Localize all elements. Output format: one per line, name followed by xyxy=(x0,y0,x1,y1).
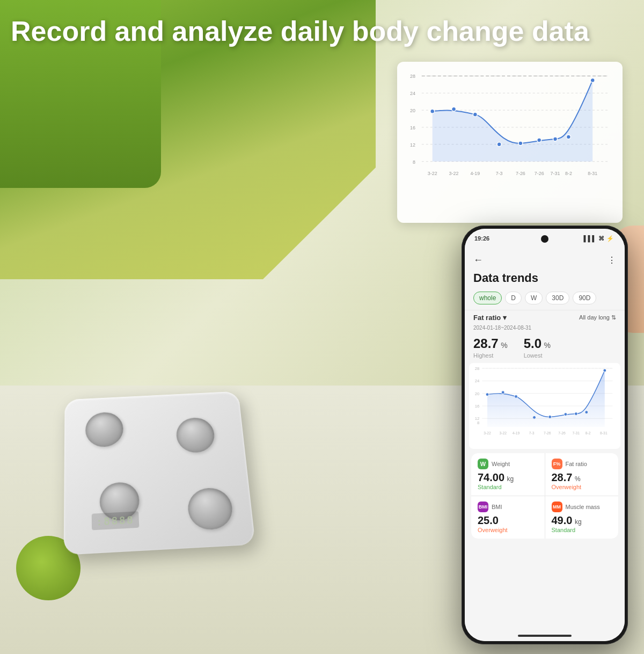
weight-header: W Weight xyxy=(478,459,538,469)
svg-point-20 xyxy=(566,135,570,139)
svg-text:3-22: 3-22 xyxy=(428,171,437,176)
muscle-icon: MM xyxy=(552,502,562,512)
metric-card-bmi: BMI BMI 25.0 Overweight xyxy=(471,496,545,539)
dropdown-icon: ▾ xyxy=(503,314,507,322)
phone-chart: 28 24 20 16 12 8 xyxy=(469,363,620,449)
fat-ratio-unit: % xyxy=(575,475,581,483)
battery-icon: ⚡ xyxy=(606,235,614,242)
stat-highest: 28.7 % Highest xyxy=(473,336,508,359)
svg-point-19 xyxy=(553,137,558,141)
wifi-icon: ⌘ xyxy=(598,235,604,242)
svg-point-16 xyxy=(497,142,501,147)
svg-point-51 xyxy=(603,369,606,372)
svg-text:7-26: 7-26 xyxy=(535,171,544,176)
metric-card-muscle: MM Muscle mass 49.0 kg Standard xyxy=(545,496,619,539)
phone-screen: 19:26 ▌▌▌ ⌘ ⚡ ← ⋮ Data trends whole xyxy=(465,229,625,641)
bmi-value: 25.0 xyxy=(478,514,499,526)
svg-text:7-31: 7-31 xyxy=(573,431,580,435)
lowest-label: Lowest xyxy=(524,352,551,359)
svg-text:7-26: 7-26 xyxy=(544,431,551,435)
svg-text:3-22: 3-22 xyxy=(449,171,459,176)
chart-overlay: 28 24 20 16 12 8 xyxy=(397,62,623,223)
tab-whole[interactable]: whole xyxy=(473,292,502,304)
svg-point-46 xyxy=(533,416,536,419)
svg-point-15 xyxy=(473,112,477,117)
lowest-value: 5.0 xyxy=(524,336,541,351)
metric-selector-row: Fat ratio ▾ All day long ⇅ xyxy=(465,310,625,325)
menu-button[interactable]: ⋮ xyxy=(608,255,616,265)
weight-value: 74.00 xyxy=(478,471,504,483)
lowest-unit: % xyxy=(544,341,550,350)
range-chevron-icon: ⇅ xyxy=(611,314,616,321)
svg-point-13 xyxy=(430,109,435,113)
metric-card-fat-ratio: F% Fat ratio 28.7 % Overweight xyxy=(545,453,619,496)
metrics-grid: W Weight 74.00 kg Standard F% Fat ratio xyxy=(471,453,618,539)
svg-text:7-3: 7-3 xyxy=(496,171,503,176)
app-content: ← ⋮ Data trends whole D W 30D xyxy=(465,248,625,641)
bmi-name: BMI xyxy=(492,504,502,510)
muscle-header: MM Muscle mass xyxy=(552,502,612,512)
weight-icon: W xyxy=(478,459,488,469)
tab-d[interactable]: D xyxy=(505,292,522,304)
svg-text:7-3: 7-3 xyxy=(529,431,535,435)
svg-text:20: 20 xyxy=(410,108,415,113)
date-range: 2024-01-18~2024-08-31 xyxy=(465,325,625,334)
highest-label: Highest xyxy=(473,352,508,359)
fat-ratio-header: F% Fat ratio xyxy=(552,459,612,469)
scale-body: :8888 xyxy=(64,391,255,555)
stat-lowest: 5.0 % Lowest xyxy=(524,336,551,359)
scale-display: :8888 xyxy=(92,511,140,530)
bmi-status: Overweight xyxy=(478,527,538,533)
muscle-value: 49.0 xyxy=(552,514,573,526)
svg-point-18 xyxy=(537,138,541,142)
svg-point-21 xyxy=(590,78,595,82)
home-bar xyxy=(518,635,572,637)
fat-ratio-value: 28.7 xyxy=(552,471,573,483)
svg-point-45 xyxy=(515,395,518,398)
page-headline: Record and analyze daily body change dat… xyxy=(11,16,589,47)
highest-value: 28.7 xyxy=(473,336,499,351)
metric-card-weight: W Weight 74.00 kg Standard xyxy=(471,453,545,496)
scale-pad-top-right xyxy=(175,417,216,453)
svg-text:12: 12 xyxy=(410,142,415,148)
svg-text:16: 16 xyxy=(475,404,480,409)
svg-text:8-2: 8-2 xyxy=(586,431,591,435)
fat-ratio-icon: F% xyxy=(552,459,562,469)
svg-text:8-2: 8-2 xyxy=(565,171,572,176)
phone-notch xyxy=(541,235,548,243)
signal-icon: ▌▌▌ xyxy=(584,235,596,242)
weight-unit: kg xyxy=(507,475,514,483)
tab-w[interactable]: W xyxy=(525,292,543,304)
svg-text:8-31: 8-31 xyxy=(600,431,608,435)
svg-text:3-22: 3-22 xyxy=(499,431,507,435)
svg-text:8: 8 xyxy=(413,159,415,165)
muscle-unit: kg xyxy=(575,518,582,526)
scale-device: :8888 xyxy=(64,391,258,563)
svg-point-44 xyxy=(501,391,504,394)
highest-unit: % xyxy=(501,341,507,350)
status-time: 19:26 xyxy=(474,235,489,242)
fat-ratio-name: Fat ratio xyxy=(566,461,587,467)
weight-name: Weight xyxy=(492,461,510,467)
metric-label[interactable]: Fat ratio ▾ xyxy=(473,314,507,322)
headline-text: Record and analyze daily body change dat… xyxy=(11,16,589,47)
svg-point-47 xyxy=(548,416,552,419)
svg-point-17 xyxy=(518,141,523,146)
muscle-status: Standard xyxy=(552,527,612,533)
svg-text:3-22: 3-22 xyxy=(484,431,491,435)
time-range-dropdown[interactable]: All day long ⇅ xyxy=(579,314,616,321)
svg-text:8: 8 xyxy=(477,420,479,425)
tab-90d[interactable]: 90D xyxy=(573,292,596,304)
back-button[interactable]: ← xyxy=(473,255,483,266)
weight-status: Standard xyxy=(478,484,538,490)
svg-text:20: 20 xyxy=(475,391,480,396)
svg-text:7-26: 7-26 xyxy=(516,171,525,176)
svg-point-49 xyxy=(574,412,577,416)
svg-text:16: 16 xyxy=(410,125,415,130)
svg-text:24: 24 xyxy=(410,91,415,96)
svg-text:7-31: 7-31 xyxy=(551,171,560,176)
tab-30d[interactable]: 30D xyxy=(546,292,569,304)
svg-text:4-19: 4-19 xyxy=(513,431,520,435)
svg-point-43 xyxy=(486,393,489,396)
svg-text:8-31: 8-31 xyxy=(588,171,597,176)
